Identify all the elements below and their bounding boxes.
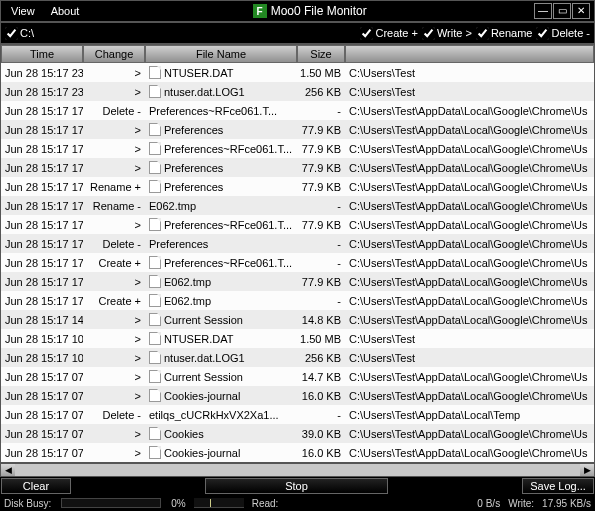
table-row[interactable]: Jun 28 15:17 07Delete -etilqs_cUCRkHxVX2… (1, 405, 594, 424)
cell-change: Delete - (83, 409, 145, 421)
filter-write[interactable]: Write > (422, 27, 472, 40)
table-row[interactable]: Jun 28 15:17 07>Cookies-journal16.0 KBC:… (1, 386, 594, 405)
cell-filename: NTUSER.DAT (145, 332, 297, 345)
cell-size: - (297, 200, 345, 212)
cell-time: Jun 28 15:17 17 (1, 238, 83, 250)
clear-button[interactable]: Clear (1, 478, 71, 494)
file-icon (149, 161, 161, 174)
write-value: 17.95 KB/s (542, 498, 591, 509)
table-row[interactable]: Jun 28 15:17 07>Cookies39.0 KBC:\Users\T… (1, 424, 594, 443)
cell-filename: Preferences (145, 123, 297, 136)
menu-about[interactable]: About (45, 3, 86, 19)
menu-view[interactable]: View (5, 3, 41, 19)
filter-delete-checkbox[interactable] (536, 27, 549, 40)
cell-change: > (83, 143, 145, 155)
cell-change: > (83, 428, 145, 440)
table-row[interactable]: Jun 28 15:17 17>Preferences~RFce061.T...… (1, 215, 594, 234)
filter-rename-checkbox[interactable] (476, 27, 489, 40)
close-button[interactable]: ✕ (572, 3, 590, 19)
scroll-right-icon[interactable]: ▶ (580, 464, 594, 476)
col-change[interactable]: Change (83, 45, 145, 63)
filter-delete[interactable]: Delete - (536, 27, 590, 40)
read-value: 0 B/s (477, 498, 500, 509)
table-row[interactable]: Jun 28 15:17 17Rename -E062.tmp-C:\Users… (1, 196, 594, 215)
file-icon (149, 218, 161, 231)
file-icon (149, 446, 161, 459)
table-row[interactable]: Jun 28 15:17 14>Current Session14.8 KBC:… (1, 310, 594, 329)
table-row[interactable]: Jun 28 15:17 17>E062.tmp77.9 KBC:\Users\… (1, 272, 594, 291)
cell-filename: Cookies-journal (145, 446, 297, 459)
minimize-button[interactable]: — (534, 3, 552, 19)
table-row[interactable]: Jun 28 15:17 23>ntuser.dat.LOG1256 KBC:\… (1, 82, 594, 101)
table-row[interactable]: Jun 28 15:17 17Delete -Preferences~RFce0… (1, 101, 594, 120)
cell-size: 77.9 KB (297, 219, 345, 231)
cell-path: C:\Users\Test\AppData\Local\Google\Chrom… (345, 162, 594, 174)
cell-path: C:\Users\Test\AppData\Local\Google\Chrom… (345, 219, 594, 231)
filter-drive[interactable]: C:\ (5, 27, 34, 40)
table-header: Time Change File Name Size (1, 45, 594, 63)
table-row[interactable]: Jun 28 15:17 10>ntuser.dat.LOG1256 KBC:\… (1, 348, 594, 367)
cell-change: > (83, 390, 145, 402)
window-title: F Moo0 File Monitor (89, 4, 530, 18)
button-row: Clear Stop Save Log... (0, 477, 595, 495)
disk-busy-label: Disk Busy: (4, 498, 51, 509)
col-path[interactable] (345, 45, 594, 63)
cell-time: Jun 28 15:17 17 (1, 181, 83, 193)
cell-path: C:\Users\Test\AppData\Local\Google\Chrom… (345, 295, 594, 307)
cell-change: Delete - (83, 238, 145, 250)
cell-filename: NTUSER.DAT (145, 66, 297, 79)
cell-filename: Preferences~RFce061.T... (145, 218, 297, 231)
horizontal-scrollbar[interactable]: ◀ ▶ (0, 463, 595, 477)
table-row[interactable]: Jun 28 15:17 17Rename +Preferences77.9 K… (1, 177, 594, 196)
table-row[interactable]: Jun 28 15:17 10>NTUSER.DAT1.50 MBC:\User… (1, 329, 594, 348)
filter-write-checkbox[interactable] (422, 27, 435, 40)
write-label: Write: (508, 498, 534, 509)
maximize-button[interactable]: ▭ (553, 3, 571, 19)
cell-time: Jun 28 15:17 07 (1, 371, 83, 383)
cell-time: Jun 28 15:17 07 (1, 409, 83, 421)
cell-time: Jun 28 15:17 14 (1, 314, 83, 326)
col-name[interactable]: File Name (145, 45, 297, 63)
cell-size: 77.9 KB (297, 162, 345, 174)
table-row[interactable]: Jun 28 15:17 17>Preferences77.9 KBC:\Use… (1, 120, 594, 139)
cell-change: Create + (83, 295, 145, 307)
filter-create-checkbox[interactable] (360, 27, 373, 40)
col-time[interactable]: Time (1, 45, 83, 63)
filter-create[interactable]: Create + (360, 27, 418, 40)
file-icon (149, 180, 161, 193)
table-row[interactable]: Jun 28 15:17 17Create +E062.tmp-C:\Users… (1, 291, 594, 310)
file-icon (149, 389, 161, 402)
col-size[interactable]: Size (297, 45, 345, 63)
cell-path: C:\Users\Test\AppData\Local\Google\Chrom… (345, 428, 594, 440)
cell-size: - (297, 295, 345, 307)
cell-filename: Preferences (145, 180, 297, 193)
cell-path: C:\Users\Test\AppData\Local\Google\Chrom… (345, 276, 594, 288)
table-row[interactable]: Jun 28 15:17 07>Current Session14.7 KBC:… (1, 367, 594, 386)
status-bar: Disk Busy: 0% Read: 0 B/s Write: 17.95 K… (0, 495, 595, 511)
table-body[interactable]: Jun 28 15:17 23>NTUSER.DAT1.50 MBC:\User… (1, 63, 594, 462)
stop-button[interactable]: Stop (205, 478, 388, 494)
cell-change: > (83, 276, 145, 288)
cell-size: - (297, 409, 345, 421)
cell-time: Jun 28 15:17 17 (1, 276, 83, 288)
cell-path: C:\Users\Test\AppData\Local\Google\Chrom… (345, 257, 594, 269)
scroll-left-icon[interactable]: ◀ (1, 464, 15, 476)
cell-filename: Cookies-journal (145, 389, 297, 402)
cell-filename: Current Session (145, 313, 297, 326)
table-row[interactable]: Jun 28 15:17 17Create +Preferences~RFce0… (1, 253, 594, 272)
filter-drive-checkbox[interactable] (5, 27, 18, 40)
save-log-button[interactable]: Save Log... (522, 478, 594, 494)
table-row[interactable]: Jun 28 15:17 23>NTUSER.DAT1.50 MBC:\User… (1, 63, 594, 82)
cell-path: C:\Users\Test\AppData\Local\Google\Chrom… (345, 105, 594, 117)
cell-change: > (83, 86, 145, 98)
table-row[interactable]: Jun 28 15:17 17>Preferences77.9 KBC:\Use… (1, 158, 594, 177)
filter-rename[interactable]: Rename (476, 27, 533, 40)
cell-path: C:\Users\Test (345, 352, 594, 364)
cell-change: > (83, 67, 145, 79)
cell-path: C:\Users\Test (345, 67, 594, 79)
scroll-track[interactable] (15, 464, 580, 476)
table-row[interactable]: Jun 28 15:17 07>Cookies-journal16.0 KBC:… (1, 443, 594, 462)
table-row[interactable]: Jun 28 15:17 17>Preferences~RFce061.T...… (1, 139, 594, 158)
file-icon (149, 351, 161, 364)
table-row[interactable]: Jun 28 15:17 17Delete -Preferences-C:\Us… (1, 234, 594, 253)
